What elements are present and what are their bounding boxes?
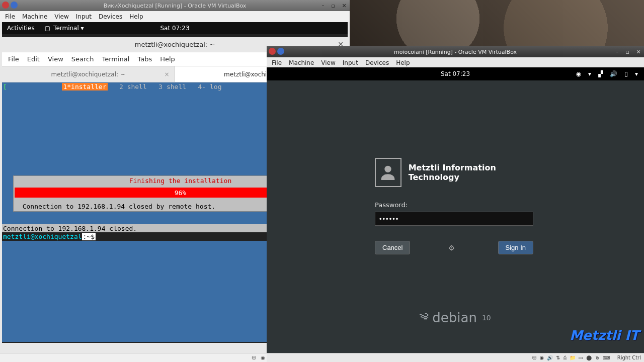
terminal-title: metztli@xochiquetzal: ~ bbox=[135, 41, 215, 48]
gear-icon[interactable]: ⚙ bbox=[448, 244, 455, 252]
tab-label: metztli@xochiquetzal: ~ bbox=[51, 71, 125, 78]
menu-view[interactable]: View bbox=[321, 59, 335, 66]
system-tray[interactable]: ◉ ▾ ▞ 🔊 ▯ ▾ bbox=[576, 70, 644, 77]
accessibility-icon[interactable]: ◉ bbox=[576, 70, 581, 77]
shared-folder-icon[interactable]: 📁 bbox=[570, 355, 576, 360]
person-icon bbox=[378, 162, 398, 183]
progress-percent: 96% bbox=[175, 189, 186, 197]
battery-icon[interactable]: ▯ bbox=[624, 70, 628, 77]
terminal-tab[interactable]: metztli@xochiquetzal: ~ × bbox=[2, 66, 175, 82]
login-panel: Metztli Information Technology Password:… bbox=[375, 158, 536, 254]
menu-machine[interactable]: Machine bbox=[289, 59, 314, 66]
term-menu-file[interactable]: File bbox=[8, 55, 19, 63]
byobu-tab-installer[interactable]: 1*installer bbox=[62, 83, 107, 90]
term-menu-tabs[interactable]: Tabs bbox=[137, 55, 152, 63]
record-icon[interactable]: ⬤ bbox=[586, 355, 592, 360]
optical-icon[interactable]: ◉ bbox=[539, 355, 544, 360]
audio-icon[interactable]: 🔊 bbox=[547, 355, 553, 360]
maximize-icon[interactable]: ▫ bbox=[622, 46, 633, 57]
terminal-icon: ▢ bbox=[45, 25, 50, 32]
byobu-tab-log[interactable]: 4- log bbox=[198, 83, 222, 90]
vm-right-title: moiocoiani [Running] - Oracle VM Virtual… bbox=[394, 49, 517, 55]
close-icon[interactable]: × bbox=[164, 71, 169, 78]
menu-view[interactable]: View bbox=[54, 13, 68, 20]
vm-left-menu: File Machine View Input Devices Help bbox=[0, 11, 350, 22]
byobu-tab-shell2[interactable]: 3 shell bbox=[158, 83, 186, 90]
app-menu[interactable]: ▢ Terminal ▾ bbox=[40, 25, 89, 32]
chevron-down-icon[interactable]: ▾ bbox=[588, 70, 591, 77]
app-icon bbox=[2, 2, 9, 9]
vm-window-right: moiocoiani [Running] - Oracle VM Virtual… bbox=[267, 46, 644, 362]
gnome-top-bar: Activities ▢ Terminal ▾ Sat 07:23 bbox=[2, 22, 348, 34]
close-icon[interactable]: ✕ bbox=[633, 46, 644, 57]
hdd-icon[interactable]: ⛁ bbox=[251, 354, 258, 361]
term-menu-help[interactable]: Help bbox=[160, 55, 175, 63]
vm-right-statusbar: ⛁ ◉ 🔊 ⇅ ⎙ 📁 ▭ ⬤ 🖱 ⌨ Right Ctrl bbox=[267, 353, 644, 362]
menu-machine[interactable]: Machine bbox=[22, 13, 47, 20]
vm-left-title: ВикиXochiquetzal [Running] - Oracle VM V… bbox=[104, 3, 247, 9]
menu-input[interactable]: Input bbox=[76, 13, 92, 20]
term-menu-search[interactable]: Search bbox=[71, 55, 94, 63]
clock[interactable]: Sat 07:23 bbox=[160, 25, 189, 32]
watermark: Metztli IT bbox=[570, 328, 639, 343]
svg-point-0 bbox=[385, 166, 391, 172]
bracket: [ bbox=[3, 83, 7, 90]
term-menu-view[interactable]: View bbox=[48, 55, 63, 63]
debian-logo: ༄ debian10 bbox=[420, 308, 491, 328]
titlebar-icons bbox=[2, 2, 18, 9]
term-menu-edit[interactable]: Edit bbox=[27, 55, 40, 63]
gnome-top-bar-right: Sat 07:23 ◉ ▾ ▞ 🔊 ▯ ▾ bbox=[267, 67, 644, 80]
msg-line: Connection to 192.168.1.94 closed. bbox=[3, 225, 137, 232]
app-icon bbox=[269, 48, 276, 55]
activities-button[interactable]: Activities bbox=[2, 25, 40, 32]
prompt-user: metztli@xochiquetzal bbox=[3, 233, 82, 240]
menu-file[interactable]: File bbox=[272, 59, 282, 66]
volume-icon[interactable]: 🔊 bbox=[610, 70, 617, 77]
vm-right-titlebar[interactable]: moiocoiani [Running] - Oracle VM Virtual… bbox=[267, 46, 644, 57]
vm-right-menu: File Machine View Input Devices Help bbox=[267, 57, 644, 68]
login-buttons: Cancel ⚙ Sign In bbox=[375, 241, 533, 254]
app-menu-label: Terminal ▾ bbox=[53, 25, 84, 32]
minimize-icon[interactable]: ╶ bbox=[611, 46, 622, 57]
debian-version: 10 bbox=[482, 314, 491, 322]
keyboard-icon[interactable]: ⌨ bbox=[603, 355, 610, 360]
debian-swirl-icon: ༄ bbox=[420, 308, 428, 328]
chevron-down-icon[interactable]: ▾ bbox=[635, 70, 638, 77]
usb-icon[interactable]: ⎙ bbox=[564, 355, 567, 360]
user-row: Metztli Information Technology bbox=[375, 158, 536, 187]
menu-help[interactable]: Help bbox=[396, 59, 410, 66]
term-menu-terminal[interactable]: Terminal bbox=[102, 55, 129, 63]
menu-help[interactable]: Help bbox=[129, 13, 143, 20]
app-icon bbox=[11, 2, 18, 9]
user-display-name: Metztli Information Technology bbox=[409, 163, 536, 182]
menu-devices[interactable]: Devices bbox=[365, 59, 389, 66]
guest-right: Sat 07:23 ◉ ▾ ▞ 🔊 ▯ ▾ Metztli Informatio… bbox=[267, 67, 644, 353]
cancel-button[interactable]: Cancel bbox=[375, 241, 410, 254]
maximize-icon[interactable]: ▫ bbox=[328, 0, 339, 11]
hdd-icon[interactable]: ⛁ bbox=[532, 355, 536, 360]
close-icon[interactable]: ✕ bbox=[339, 0, 350, 11]
password-label: Password: bbox=[375, 201, 536, 209]
vm-left-titlebar[interactable]: ВикиXochiquetzal [Running] - Oracle VM V… bbox=[0, 0, 350, 11]
host-key-label: Right Ctrl bbox=[617, 355, 641, 360]
menu-file[interactable]: File bbox=[5, 13, 15, 20]
app-icon bbox=[277, 48, 284, 55]
display-icon[interactable]: ▭ bbox=[579, 355, 583, 360]
menu-input[interactable]: Input bbox=[343, 59, 358, 66]
titlebar-icons bbox=[269, 48, 284, 55]
menu-devices[interactable]: Devices bbox=[99, 13, 122, 20]
minimize-icon[interactable]: ╶ bbox=[316, 0, 328, 11]
network-icon[interactable]: ⇅ bbox=[556, 355, 560, 360]
mouse-icon[interactable]: 🖱 bbox=[595, 355, 600, 360]
avatar bbox=[375, 158, 401, 187]
msg-line: Connection to 192.168.1.94 closed by rem… bbox=[15, 203, 215, 210]
byobu-tab-shell[interactable]: 2 shell bbox=[119, 83, 147, 90]
sign-in-button[interactable]: Sign In bbox=[498, 241, 533, 254]
debian-wordmark: debian bbox=[432, 310, 477, 325]
password-input[interactable] bbox=[375, 212, 533, 226]
prompt-path: :~$ bbox=[82, 233, 96, 240]
optical-icon[interactable]: ◉ bbox=[260, 354, 267, 361]
desktop-background bbox=[350, 0, 644, 46]
network-icon[interactable]: ▞ bbox=[598, 70, 603, 77]
clock[interactable]: Sat 07:23 bbox=[441, 70, 470, 77]
